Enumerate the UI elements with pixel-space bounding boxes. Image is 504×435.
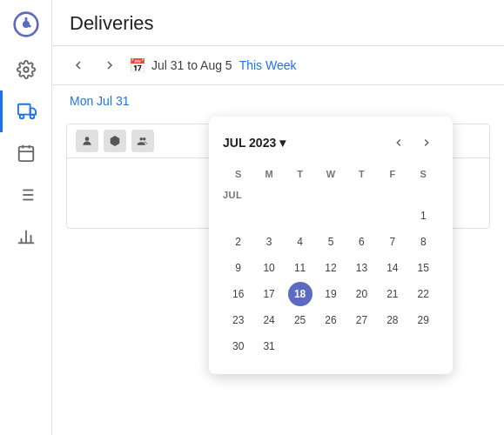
group-icon — [136, 135, 150, 147]
calendar-prev-button[interactable] — [386, 130, 411, 155]
calendar-day — [257, 204, 281, 228]
calendar-day — [349, 204, 373, 228]
cal-prev-icon — [393, 137, 405, 149]
box-icon — [109, 135, 121, 147]
sidebar-item-calendar[interactable] — [0, 132, 51, 174]
group-icon-btn[interactable] — [131, 130, 154, 152]
calendar-week-row: 3031 — [223, 334, 439, 358]
calendar-day — [319, 334, 343, 358]
dow-s1: S — [223, 165, 253, 183]
svg-point-1 — [23, 21, 30, 28]
dow-w: W — [315, 165, 346, 183]
sidebar-item-deliveries[interactable] — [0, 90, 51, 132]
svg-rect-7 — [18, 147, 33, 162]
calendar-week-row: 1 — [223, 204, 439, 228]
calendar-day[interactable]: 22 — [411, 282, 435, 306]
truck-icon — [17, 102, 37, 121]
calendar-day — [349, 334, 373, 358]
app-logo — [9, 7, 44, 42]
logo-icon — [12, 10, 40, 38]
next-week-button[interactable] — [97, 53, 122, 77]
calendar-day[interactable]: 10 — [257, 256, 281, 280]
sidebar-item-chart[interactable] — [0, 216, 51, 258]
this-week-button[interactable]: This Week — [239, 58, 297, 72]
calendar-day[interactable]: 23 — [226, 308, 251, 332]
calendar-day[interactable]: 30 — [226, 334, 251, 358]
calendar-day[interactable]: 4 — [288, 230, 312, 254]
dow-m: M — [253, 165, 284, 183]
calendar-day[interactable]: 15 — [411, 256, 435, 280]
chevron-left-icon — [71, 58, 85, 72]
calendar-day[interactable]: 9 — [226, 256, 251, 280]
calendar-day[interactable]: 24 — [257, 308, 281, 332]
calendar-day[interactable]: 20 — [349, 282, 373, 306]
dow-t1: T — [285, 165, 315, 183]
dropdown-icon: ▾ — [279, 136, 286, 150]
calendar-week-row: 16171819202122 — [223, 282, 439, 306]
calendar-day[interactable]: 1 — [411, 204, 435, 228]
month-year-label: JUL 2023 — [223, 136, 276, 150]
prev-week-button[interactable] — [66, 53, 91, 77]
calendar-day — [319, 204, 343, 228]
calendar-day — [226, 204, 251, 228]
day-header: Mon Jul 31 — [52, 85, 504, 117]
calendar-day — [288, 334, 312, 358]
calendar-week-row: 9101112131415 — [223, 256, 439, 280]
calendar-day[interactable]: 27 — [349, 308, 373, 332]
calendar-day[interactable]: 2 — [226, 230, 251, 254]
calendar-day[interactable]: 28 — [380, 308, 405, 332]
date-range-picker[interactable]: 📅 Jul 31 to Aug 5 — [129, 57, 232, 74]
calendar-day[interactable]: 12 — [319, 256, 343, 280]
calendar-day[interactable]: 31 — [257, 334, 281, 358]
main-content: Deliveries 📅 Jul 31 to Aug 5 This Week M… — [52, 0, 504, 435]
calendar-day[interactable]: 11 — [288, 256, 312, 280]
svg-point-22 — [140, 137, 144, 141]
svg-point-2 — [24, 67, 29, 72]
person-icon-btn[interactable] — [76, 130, 98, 152]
calendar-day[interactable]: 6 — [349, 230, 373, 254]
calendar-day[interactable]: 18 — [288, 282, 312, 306]
calendar-navigation — [386, 130, 439, 155]
page-header: Deliveries — [52, 0, 504, 46]
month-year-selector[interactable]: JUL 2023 ▾ — [223, 136, 286, 150]
sidebar-item-settings[interactable] — [0, 49, 51, 90]
calendar-day[interactable]: 25 — [288, 308, 312, 332]
dow-f: F — [377, 165, 407, 183]
calendar-day[interactable]: 8 — [411, 230, 435, 254]
svg-marker-4 — [30, 108, 36, 114]
gear-icon — [17, 60, 36, 79]
page-title: Deliveries — [70, 12, 487, 35]
calendar-header: JUL 2023 ▾ — [223, 130, 439, 155]
date-range-label: Jul 31 to Aug 5 — [151, 58, 232, 72]
calendar-week-row: 23242526272829 — [223, 308, 439, 332]
calendar-day[interactable]: 19 — [319, 282, 343, 306]
calendar-day[interactable]: 29 — [411, 308, 435, 332]
calendar-day[interactable]: 7 — [380, 230, 405, 254]
calendar-day — [380, 204, 405, 228]
calendar-day[interactable]: 3 — [257, 230, 281, 254]
sidebar-item-list[interactable] — [0, 174, 51, 216]
calendar-next-button[interactable] — [414, 130, 439, 155]
svg-point-6 — [30, 115, 35, 119]
calendar-day[interactable]: 21 — [380, 282, 405, 306]
list-icon — [17, 185, 36, 204]
calendar-popup: JUL 2023 ▾ — [209, 117, 453, 374]
day-of-week-row: S M T W T F S — [223, 165, 439, 183]
month-row-label: JUL — [223, 186, 439, 202]
svg-point-23 — [143, 137, 146, 141]
week-toolbar: 📅 Jul 31 to Aug 5 This Week — [52, 46, 504, 85]
svg-rect-3 — [18, 104, 30, 115]
calendar-day[interactable]: 13 — [349, 256, 373, 280]
svg-point-5 — [20, 115, 24, 119]
calendar-day[interactable]: 16 — [226, 282, 251, 306]
box-icon-btn[interactable] — [104, 130, 126, 152]
calendar-day[interactable]: 17 — [257, 282, 281, 306]
calendar-day[interactable]: 26 — [319, 308, 343, 332]
dow-t2: T — [346, 165, 377, 183]
calendar-day — [411, 334, 435, 358]
calendar-weeks: JUL1234567891011121314151617181920212223… — [223, 186, 439, 358]
calendar-day[interactable]: 14 — [380, 256, 405, 280]
calendar-day[interactable]: 5 — [319, 230, 343, 254]
calendar-small-icon: 📅 — [129, 57, 146, 74]
svg-point-21 — [85, 137, 90, 141]
